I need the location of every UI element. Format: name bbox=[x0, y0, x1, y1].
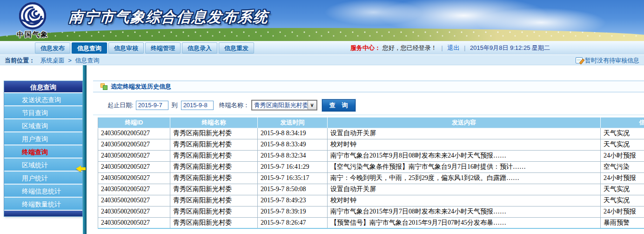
table-row[interactable]: 240305002005027青秀区南阳新光村委2015-9-8 8:32:34… bbox=[98, 150, 644, 161]
panel-header: 选定终端发送历史信息 bbox=[93, 81, 644, 92]
cell-发送内容: 校对时钟 bbox=[328, 195, 601, 206]
sidebar-item-用户统计[interactable]: 用户统计 bbox=[4, 172, 82, 185]
chevron-down-icon[interactable]: ∨ bbox=[308, 101, 316, 110]
sidebar-menu: 信息查询 发送状态查询节目查询区域查询用户查询终端查询区域统计用户统计终端信息统… bbox=[4, 81, 83, 217]
sidebar-items: 发送状态查询节目查询区域查询用户查询终端查询区域统计用户统计终端信息统计终端数量… bbox=[4, 93, 82, 211]
breadcrumb-label: 当前位置： bbox=[5, 57, 35, 64]
cell-终端ID: 240305002005027 bbox=[98, 206, 170, 217]
column-header-发送时间: 发送时间 bbox=[258, 117, 328, 128]
table-row[interactable]: 240305002005027青秀区南阳新光村委2015-9-7 16:41:2… bbox=[98, 161, 644, 172]
table-header-row: 终端ID终端名称发送时间发送内容信息位 bbox=[98, 117, 644, 128]
logout-link[interactable]: 退出 bbox=[447, 44, 459, 51]
cell-信息位: 天气实况 bbox=[601, 128, 644, 139]
column-header-终端ID: 终端ID bbox=[98, 117, 170, 128]
arrow-head bbox=[76, 165, 81, 172]
cell-发送内容: 设置自动开关屏 bbox=[328, 128, 601, 139]
grass-field-image bbox=[0, 28, 644, 41]
tab-信息查询[interactable]: 信息查询 bbox=[72, 42, 107, 54]
table-row[interactable]: 240305002005027青秀区南阳新光村委2015-9-8 8:33:49… bbox=[98, 139, 644, 150]
cell-发送时间: 2015-9-7 8:49:23 bbox=[258, 195, 328, 206]
cell-终端名称: 青秀区南阳新光村委 bbox=[170, 139, 258, 150]
table-row[interactable]: 240305002005027青秀区南阳新光村委2015-9-8 8:34:19… bbox=[98, 128, 644, 139]
sidebar-item-终端查询[interactable]: 终端查询 bbox=[4, 145, 82, 158]
pending-review-notice: 暂时没有待审核信息 bbox=[576, 55, 639, 65]
icon-front-square bbox=[103, 85, 107, 90]
sidebar-footer bbox=[4, 211, 82, 216]
cell-发送时间: 2015-9-7 8:39:19 bbox=[258, 206, 328, 217]
tab-终端管理[interactable]: 终端管理 bbox=[145, 42, 181, 54]
date-from-input[interactable] bbox=[136, 101, 168, 110]
sidebar-item-区域查询[interactable]: 区域查询 bbox=[4, 119, 82, 132]
collapse-arrow-icon[interactable] bbox=[76, 165, 86, 172]
cell-终端ID: 240305002005027 bbox=[98, 217, 170, 228]
history-table: 终端ID终端名称发送时间发送内容信息位 240305002005027青秀区南阳… bbox=[98, 117, 644, 229]
login-greeting: 您好，您已经登录！ bbox=[382, 44, 437, 51]
date-range-label: 起止日期: bbox=[107, 101, 134, 110]
cell-终端名称: 青秀区南阳新光村委 bbox=[170, 128, 258, 139]
cell-终端ID: 240305002005027 bbox=[98, 195, 170, 206]
sidebar-item-终端数量统计[interactable]: 终端数量统计 bbox=[4, 198, 82, 211]
sidebar-title: 信息查询 bbox=[4, 81, 82, 93]
navbar: 信息发布信息查询信息审核终端管理信息录入信息重发 服务中心： 您好，您已经登录！… bbox=[0, 41, 644, 55]
cell-终端ID: 240305002005027 bbox=[98, 172, 170, 184]
header-banner: 中国气象 南宁市气象综合信息发布系统 bbox=[0, 0, 644, 41]
cell-终端名称: 青秀区南阳新光村委 bbox=[170, 161, 258, 172]
cell-发送内容: 校对时钟 bbox=[328, 139, 601, 150]
terminal-select[interactable]: 青秀区南阳新光村委 ∨ bbox=[251, 100, 317, 110]
table-row[interactable]: 240305002005027青秀区南阳新光村委2015-9-7 8:49:23… bbox=[98, 195, 644, 206]
cell-信息位: 24小时预报 bbox=[601, 172, 644, 184]
sidebar-item-发送状态查询[interactable]: 发送状态查询 bbox=[4, 93, 82, 106]
cell-发送时间: 2015-9-7 8:50:08 bbox=[258, 184, 328, 195]
cell-发送内容: 设置自动开关屏 bbox=[328, 184, 601, 195]
sidebar-item-终端信息统计[interactable]: 终端信息统计 bbox=[4, 185, 82, 198]
cell-发送内容: 【预警信号】南宁市气象台2015年9月7日07时45分发布暴…… bbox=[328, 217, 601, 228]
table-row[interactable]: 240305002005027青秀区南阳新光村委2015-9-7 16:35:1… bbox=[98, 172, 644, 184]
cma-logo-icon bbox=[11, 1, 54, 30]
page: 中国气象 南宁市气象综合信息发布系统 信息发布信息查询信息审核终端管理信息录入信… bbox=[0, 0, 644, 234]
cell-发送时间: 2015-9-8 8:33:49 bbox=[258, 139, 328, 150]
column-header-终端名称: 终端名称 bbox=[170, 117, 258, 128]
cell-终端ID: 240305002005027 bbox=[98, 150, 170, 161]
cell-发送时间: 2015-9-8 8:32:34 bbox=[258, 150, 328, 161]
cell-终端ID: 240305002005027 bbox=[98, 128, 170, 139]
cell-发送内容: 南宁市气象台2015年9月7日08时发布未来24小时天气预报…… bbox=[328, 206, 601, 217]
tab-信息发布[interactable]: 信息发布 bbox=[35, 42, 70, 54]
cell-信息位: 24小时预报 bbox=[601, 150, 644, 161]
to-label: 到 bbox=[172, 101, 178, 110]
tab-信息录入[interactable]: 信息录入 bbox=[182, 42, 217, 54]
cell-终端名称: 青秀区南阳新光村委 bbox=[170, 184, 258, 195]
terminal-select-value: 青秀区南阳新光村委 bbox=[252, 101, 308, 110]
cell-发送内容: 南宁：今晚到明天，中雨，25到29度，偏东风1到2级。白露蹭…… bbox=[328, 172, 601, 184]
column-header-发送内容: 发送内容 bbox=[328, 117, 601, 128]
nav-tabs: 信息发布信息查询信息审核终端管理信息录入信息重发 bbox=[35, 42, 255, 54]
content-area: 信息查询 发送状态查询节目查询区域查询用户查询终端查询区域统计用户统计终端信息统… bbox=[0, 65, 644, 234]
nav-status-area: 服务中心： 您好，您已经登录！ | 退出 | 2015年9月8日 9:12:25… bbox=[350, 41, 550, 55]
cell-终端名称: 青秀区南阳新光村委 bbox=[170, 195, 258, 206]
cell-终端ID: 240305002005027 bbox=[98, 139, 170, 150]
breadcrumb-separator: > bbox=[68, 57, 72, 64]
service-center-label: 服务中心： bbox=[350, 44, 381, 51]
separator: | bbox=[464, 44, 465, 51]
breadcrumb: 当前位置： 系统桌面 > 信息查询 bbox=[5, 55, 99, 65]
cell-信息位: 暴雨预警 bbox=[601, 217, 644, 228]
sidebar-item-用户查询[interactable]: 用户查询 bbox=[4, 132, 82, 145]
cell-终端名称: 青秀区南阳新光村委 bbox=[170, 206, 258, 217]
cell-终端名称: 青秀区南阳新光村委 bbox=[170, 217, 258, 228]
breadcrumb-current: 信息查询 bbox=[75, 57, 99, 64]
cell-信息位: 天气实况 bbox=[601, 139, 644, 150]
cell-发送内容: 南宁市气象台2015年9月8日08时发布未来24小时天气预报…… bbox=[328, 150, 601, 161]
date-to-input[interactable] bbox=[181, 101, 214, 110]
sidebar-item-节目查询[interactable]: 节目查询 bbox=[4, 106, 82, 119]
query-button[interactable]: 查 询 bbox=[322, 99, 356, 111]
cell-信息位: 天气实况 bbox=[601, 184, 644, 195]
note-pencil-icon bbox=[576, 57, 583, 63]
tab-信息审核[interactable]: 信息审核 bbox=[108, 42, 144, 54]
table-row[interactable]: 240305002005027青秀区南阳新光村委2015-9-7 8:26:47… bbox=[98, 217, 644, 228]
tab-信息重发[interactable]: 信息重发 bbox=[219, 42, 254, 54]
table-row[interactable]: 240305002005027青秀区南阳新光村委2015-9-7 8:39:19… bbox=[98, 206, 644, 217]
sidebar-item-区域统计[interactable]: 区域统计 bbox=[4, 158, 82, 172]
breadcrumb-root[interactable]: 系统桌面 bbox=[40, 57, 65, 64]
column-header-信息位: 信息位 bbox=[601, 117, 644, 128]
table-row[interactable]: 240305002005027青秀区南阳新光村委2015-9-7 8:50:08… bbox=[98, 184, 644, 195]
cascade-windows-icon bbox=[101, 83, 107, 90]
